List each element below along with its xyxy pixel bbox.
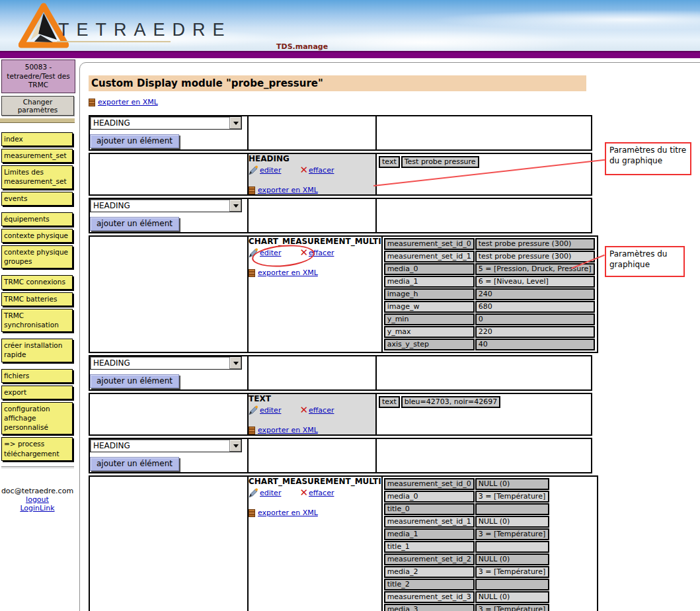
brand-underline xyxy=(57,41,171,42)
export-xml-link[interactable]: exporter en XML xyxy=(98,98,158,106)
sidebar-item[interactable]: measurement_set xyxy=(1,149,73,163)
edit-link[interactable]: editer xyxy=(260,489,281,497)
param-value: 3 = [Température] xyxy=(475,566,549,578)
sidebar-item[interactable]: TRMC synchronisation xyxy=(1,309,73,332)
select-dropdown-arrow[interactable] xyxy=(229,357,241,369)
text-params-cell: text bleu=42703, noir=42697 xyxy=(376,393,592,435)
element-type-select[interactable]: HEADING xyxy=(90,439,242,452)
page-title: Custom Display module "probe_pressure" xyxy=(89,75,586,91)
sidebar-item[interactable]: configuration affichage personnalisé xyxy=(1,402,73,435)
param-value: 40 xyxy=(475,339,595,350)
edit-link[interactable]: editer xyxy=(260,166,281,175)
sidebar-item[interactable]: contexte physique groupes xyxy=(1,245,73,268)
param-key: measurement_set_id_1 xyxy=(384,251,475,263)
sidebar-item[interactable]: contexte physique xyxy=(1,229,73,243)
delete-x-icon: ✕ xyxy=(299,489,308,497)
select-dropdown-arrow[interactable] xyxy=(229,200,241,212)
user-email: doc@tetraedre.com xyxy=(0,487,75,495)
element-type-label: CHART_MEASUREMENT_MULTI xyxy=(249,237,381,246)
empty-cell xyxy=(248,116,376,150)
annotation-box-chart: Paramètres du graphique xyxy=(605,246,685,277)
param-row: media_05 = [Pression, Druck, Pressure] xyxy=(384,263,595,275)
edit-link[interactable]: editer xyxy=(260,406,281,415)
delete-x-icon: ✕ xyxy=(299,166,308,175)
chart-params-cell: measurement_set_id_0NULL (0)media_03 = [… xyxy=(382,476,598,611)
empty-cell xyxy=(376,116,592,150)
add-element-button[interactable]: ajouter un élément xyxy=(90,134,179,148)
add-element-button[interactable]: ajouter un élément xyxy=(90,217,179,231)
delete-link[interactable]: effacer xyxy=(309,166,334,175)
export-xml-link[interactable]: exporter en XML xyxy=(258,268,318,277)
element-type-select[interactable]: HEADING xyxy=(90,199,242,212)
brand-name: TETRAEDRE xyxy=(58,20,232,40)
export-xml-link[interactable]: exporter en XML xyxy=(258,186,318,194)
empty-cell xyxy=(376,356,592,390)
sidebar-item[interactable]: TRMC batteries xyxy=(1,292,73,306)
logout-link[interactable]: logout xyxy=(26,495,49,504)
export-xml-link[interactable]: exporter en XML xyxy=(258,426,318,434)
heading-kv-table: text Test probe pressure xyxy=(377,155,481,169)
param-row: title_0 xyxy=(384,503,549,515)
empty-cell xyxy=(89,236,248,352)
sidebar-item[interactable]: events xyxy=(1,192,73,206)
param-row: image_w680 xyxy=(384,301,595,313)
element-type-select[interactable]: HEADING xyxy=(90,356,242,370)
delete-link[interactable]: effacer xyxy=(309,406,334,415)
delete-link[interactable]: effacer xyxy=(309,489,334,497)
param-value: NULL (0) xyxy=(475,591,549,603)
param-value: 3 = [Température] xyxy=(475,491,549,503)
empty-cell xyxy=(248,356,376,390)
text-element-cell: TEXT editer ✕ effacer exporter en XML xyxy=(248,393,376,435)
selector-row: HEADING ajouter un élément xyxy=(89,438,592,473)
param-row: measurement_set_id_2NULL (0) xyxy=(384,553,549,565)
param-key: media_0 xyxy=(384,263,475,275)
param-key: media_0 xyxy=(384,491,475,503)
sidebar-item[interactable]: fichiers xyxy=(1,369,73,383)
empty-cell xyxy=(248,198,376,233)
param-value: 240 xyxy=(475,288,595,300)
export-xml-link[interactable]: exporter en XML xyxy=(258,509,318,517)
heading-element-cell: HEADING editer ✕ effacer exporter en XML xyxy=(248,153,376,195)
param-key: media_3 xyxy=(384,604,475,611)
kv-value: bleu=42703, noir=42697 xyxy=(401,396,500,408)
sidebar-item[interactable]: index xyxy=(1,132,73,146)
param-key: title_0 xyxy=(384,503,475,515)
site-label: 50083 - tetraedre/Test des TRMC xyxy=(1,60,75,93)
param-row: measurement_set_id_1NULL (0) xyxy=(384,516,549,528)
empty-cell xyxy=(376,198,592,233)
add-element-button[interactable]: ajouter un élément xyxy=(90,457,179,471)
element-row-text: TEXT editer ✕ effacer exporter en XML te… xyxy=(89,393,592,436)
param-row: media_16 = [Niveau, Level] xyxy=(384,276,595,288)
sidebar-item[interactable]: export xyxy=(1,386,73,399)
sidebar-item[interactable]: => process téléchargement xyxy=(1,437,73,460)
chart-params-table: measurement_set_id_0NULL (0)media_03 = [… xyxy=(383,477,550,611)
add-element-button[interactable]: ajouter un élément xyxy=(90,374,179,388)
param-value xyxy=(475,541,549,553)
param-key: title_2 xyxy=(384,579,475,591)
sidebar-bottom-divider xyxy=(1,466,74,468)
selector-cell: HEADING ajouter un élément xyxy=(89,198,248,233)
change-params-button[interactable]: Changer paramètres xyxy=(1,96,74,116)
sidebar-item[interactable]: créer installation rapide xyxy=(1,339,73,362)
delete-x-icon: ✕ xyxy=(299,406,308,415)
param-key: axis_y_step xyxy=(384,339,475,350)
sidebar-item[interactable]: Limites des measurement_set xyxy=(1,165,73,188)
param-value: 3 = [Température] xyxy=(475,604,549,611)
select-dropdown-arrow[interactable] xyxy=(229,440,241,452)
sidebar-item[interactable]: équipements xyxy=(1,212,73,226)
element-type-label: CHART_MEASUREMENT_MULTI xyxy=(249,477,381,486)
element-type-select[interactable]: HEADING xyxy=(90,116,242,130)
text-kv-table: text bleu=42703, noir=42697 xyxy=(377,395,502,409)
param-key: measurement_set_id_3 xyxy=(384,591,475,603)
empty-cell xyxy=(248,438,376,473)
selector-row: HEADING ajouter un élément xyxy=(89,355,592,391)
xml-document-icon xyxy=(249,186,255,194)
sidebar-item[interactable]: TRMC connexions xyxy=(1,275,73,289)
loginlink-link[interactable]: LoginLink xyxy=(20,504,54,512)
app-title: TDS.manage xyxy=(276,42,328,51)
select-dropdown-arrow[interactable] xyxy=(229,117,241,129)
param-value: test probe pressure (300) xyxy=(475,238,595,250)
param-row: y_max220 xyxy=(384,326,595,338)
selector-row: HEADING ajouter un élément xyxy=(89,198,592,233)
param-row: title_1 xyxy=(384,541,549,553)
